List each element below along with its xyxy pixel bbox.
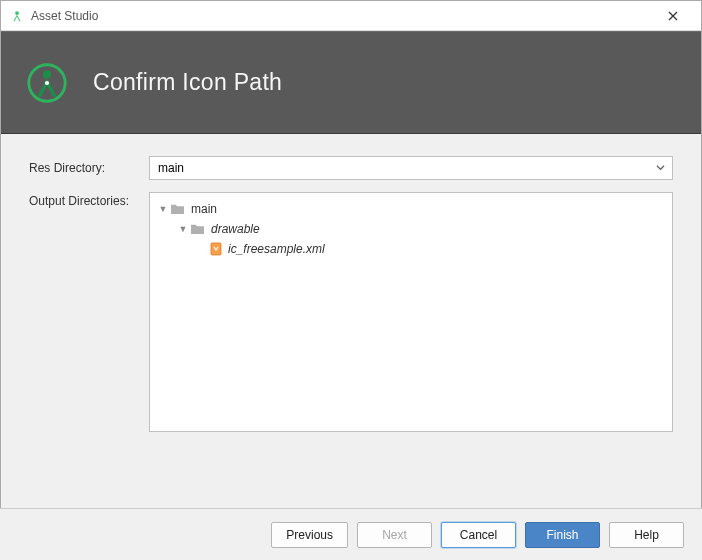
asset-studio-logo-icon xyxy=(23,59,71,107)
android-studio-icon xyxy=(9,8,25,24)
window-title: Asset Studio xyxy=(31,9,653,23)
finish-button[interactable]: Finish xyxy=(525,522,600,548)
content-area: Res Directory: main Output Directories: … xyxy=(1,134,701,454)
tree-node-main[interactable]: ▼ main xyxy=(154,199,668,219)
res-directory-label: Res Directory: xyxy=(29,161,149,175)
titlebar: Asset Studio xyxy=(1,1,701,31)
tree-label: main xyxy=(191,202,217,216)
svg-rect-4 xyxy=(211,243,221,255)
svg-point-0 xyxy=(15,11,19,15)
res-directory-row: Res Directory: main xyxy=(29,156,673,180)
svg-point-2 xyxy=(43,70,51,78)
next-button: Next xyxy=(357,522,432,548)
tree-node-drawable[interactable]: ▼ drawable xyxy=(154,219,668,239)
res-directory-select[interactable]: main xyxy=(149,156,673,180)
expander-icon[interactable]: ▼ xyxy=(156,204,170,214)
output-directories-row: Output Directories: ▼ main ▼ drawable xyxy=(29,192,673,432)
tree-label: drawable xyxy=(211,222,260,236)
res-directory-value: main xyxy=(158,161,184,175)
tree-label: ic_freesample.xml xyxy=(228,242,325,256)
help-button[interactable]: Help xyxy=(609,522,684,548)
tree-node-file[interactable]: ic_freesample.xml xyxy=(154,239,668,259)
output-directories-label: Output Directories: xyxy=(29,192,149,208)
header-banner: Confirm Icon Path xyxy=(1,31,701,134)
svg-point-3 xyxy=(45,80,49,84)
cancel-button[interactable]: Cancel xyxy=(441,522,516,548)
page-title: Confirm Icon Path xyxy=(93,69,282,96)
footer-button-bar: Previous Next Cancel Finish Help xyxy=(0,508,702,560)
folder-icon xyxy=(190,223,205,235)
close-button[interactable] xyxy=(653,2,693,30)
previous-button[interactable]: Previous xyxy=(271,522,348,548)
folder-icon xyxy=(170,203,185,215)
output-directories-tree[interactable]: ▼ main ▼ drawable xyxy=(149,192,673,432)
chevron-down-icon xyxy=(656,161,665,175)
expander-icon[interactable]: ▼ xyxy=(176,224,190,234)
xml-file-icon xyxy=(210,242,222,256)
